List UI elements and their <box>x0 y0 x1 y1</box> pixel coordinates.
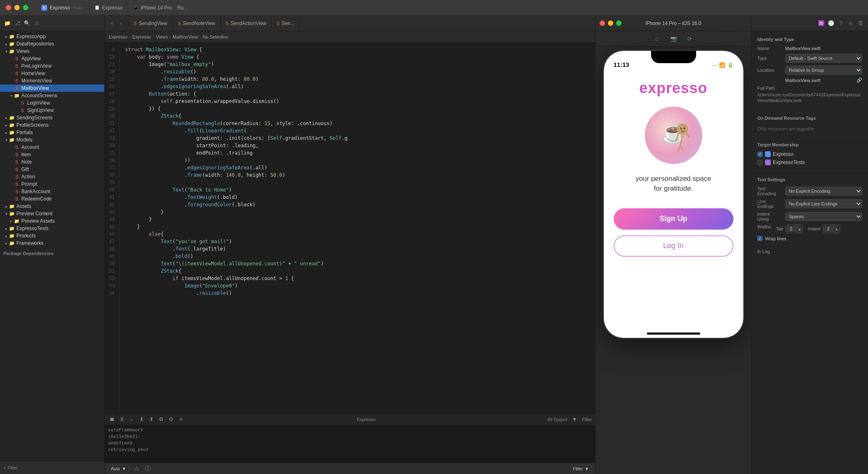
tree-item-momentsview[interactable]: S MomentsView <box>0 77 104 84</box>
filter-selector[interactable]: Filter ▼ <box>570 465 592 472</box>
line-endings-select[interactable]: No Explicit Line Endings <box>785 199 862 208</box>
tree-item-prompt[interactable]: S Prompt <box>0 180 104 188</box>
wrap-checkbox[interactable]: ✓ <box>757 236 763 241</box>
tree-item-previewassets[interactable]: 📁 Preview Assets <box>0 217 104 225</box>
tree-item-note[interactable]: S Note <box>0 158 104 166</box>
tree-item-previewcontent[interactable]: 📁 Preview Content <box>0 210 104 217</box>
output-clear-button[interactable]: ⏹ <box>108 415 116 424</box>
auto-selector[interactable]: Auto ▼ <box>108 465 129 472</box>
tree-item-signupview[interactable]: S SignUpView <box>0 107 104 114</box>
minimize-button[interactable] <box>14 5 20 10</box>
tab-sendactionview[interactable]: S SendActionView <box>221 16 272 31</box>
text-settings-section: Text Settings Text Encoding No Explicit … <box>752 171 868 245</box>
tree-item-profilescreens[interactable]: 📁 ProfileScreens <box>0 121 104 129</box>
type-select[interactable]: Default - Swift Source <box>785 54 862 63</box>
sim-minimize-button[interactable] <box>608 21 613 26</box>
expresso-membership-label: Expresso <box>765 151 793 157</box>
tree-item-preloginview[interactable]: S PreLoginView <box>0 62 104 70</box>
git-toolbar-icon[interactable]: ⎇ <box>13 19 21 27</box>
tree-item-account[interactable]: S Account <box>0 144 104 151</box>
breadcrumb-expresso2[interactable]: Expresso <box>132 34 151 39</box>
output-recycle-button[interactable]: ♻ <box>157 415 165 424</box>
tree-item-expressotests[interactable]: 📁 ExpressoTests <box>0 225 104 232</box>
sim-home-icon[interactable]: ⌂ <box>653 35 661 43</box>
forward-button[interactable]: › <box>117 19 125 27</box>
status-warn-icon[interactable]: ⚠ <box>132 465 141 473</box>
tab-sen-ellipsis[interactable]: S Sen... <box>272 16 300 31</box>
sim-close-button[interactable] <box>600 21 605 26</box>
encoding-select[interactable]: No Explicit Encoding <box>785 187 862 196</box>
tab-sendingview[interactable]: S SendingView <box>129 16 173 31</box>
folder-toolbar-icon[interactable]: 📁 <box>3 19 11 27</box>
rp-identity-icon[interactable]: 🆔 <box>817 19 825 27</box>
output-step-button[interactable]: ⬦ <box>128 415 136 424</box>
output-up-button[interactable]: ⬆ <box>147 415 155 424</box>
location-field-row: Location Relative to Group <box>757 66 862 75</box>
home-indicator[interactable] <box>647 333 700 335</box>
tree-item-accountscreens[interactable]: 📁 AccountScreens <box>0 92 104 99</box>
output-content: vateFramework (0x11e3bb21: undefined. re… <box>105 425 595 455</box>
rp-menu-icon[interactable]: ☰ <box>857 19 865 27</box>
tab-sendnoteview[interactable]: S SendNoteView <box>173 16 221 31</box>
output-pause-button[interactable]: ⏸ <box>118 415 126 424</box>
search-toolbar-icon[interactable]: 🔍 <box>23 19 31 27</box>
tree-item-views[interactable]: 📁 Views <box>0 48 104 55</box>
sim-rotate-icon[interactable]: ⟳ <box>686 35 694 43</box>
tree-item-datarepositories[interactable]: 📁 DataRepositories <box>0 40 104 48</box>
expresso-checkbox[interactable]: ✓ <box>757 152 763 157</box>
signup-button[interactable]: Sign Up <box>614 208 733 230</box>
tree-item-sendingscreens[interactable]: 📁 SendingScreens <box>0 114 104 121</box>
project-tab[interactable]: E Expresso main <box>35 0 89 15</box>
output-settings-button[interactable]: ⚙ <box>167 415 175 424</box>
sim-fullscreen-button[interactable] <box>616 21 621 26</box>
location-select[interactable]: Relative to Group <box>785 66 862 75</box>
tree-item-frameworks[interactable]: 📁 Frameworks <box>0 239 104 247</box>
tree-item-appview[interactable]: S AppView <box>0 55 104 62</box>
tree-item-models[interactable]: 📁 Models <box>0 136 104 144</box>
tab-up-btn[interactable]: ▲ <box>796 225 802 233</box>
breadcrumb-noselection[interactable]: No Selection <box>203 34 228 39</box>
editor-content[interactable]: 8 15 23 24 25 26 27 28 29 30 31 32 33 34… <box>105 43 595 413</box>
tree-item-products[interactable]: 📁 Products <box>0 232 104 239</box>
back-button[interactable]: ‹ <box>108 19 116 27</box>
tree-item-homeview[interactable]: S HomeView <box>0 70 104 77</box>
rp-help-icon[interactable]: ? <box>837 19 845 27</box>
file-link-icon[interactable]: 🔗 <box>857 77 862 83</box>
expressotests-checkbox[interactable] <box>757 160 763 165</box>
identity-type-title: Identity and Type <box>757 37 862 42</box>
rp-history-icon[interactable]: 🕐 <box>827 19 835 27</box>
breadcrumb-mailboxview[interactable]: MailboxView <box>173 34 198 39</box>
tree-item-partials[interactable]: 📁 Partials <box>0 129 104 136</box>
indent-using-select[interactable]: Spaces <box>785 212 862 221</box>
name-label: Name <box>757 46 782 51</box>
filter-button[interactable]: ▼ <box>571 415 579 424</box>
tree-item-redeemcode[interactable]: S RedeemCode <box>0 195 104 203</box>
tree-item-expressoapp[interactable]: 📁 ExpressoApp <box>0 33 104 40</box>
tab-iphone[interactable]: 📱 iPhone 14 Pro <box>128 0 177 15</box>
tree-item-assets[interactable]: 📁 Assets <box>0 203 104 210</box>
warning-toolbar-icon[interactable]: ⚠ <box>33 19 41 27</box>
rp-share-icon[interactable]: ⎋ <box>847 19 855 27</box>
output-filter-button[interactable]: ≡ <box>177 415 185 424</box>
sim-camera-icon[interactable]: 📷 <box>669 35 678 43</box>
login-button[interactable]: Log In <box>614 235 733 257</box>
run-label: Ru... <box>177 5 187 11</box>
tab-expresso[interactable]: 📋 Expresso <box>89 0 128 15</box>
tree-item-loginview[interactable]: S LogInView <box>0 99 104 107</box>
tree-item-action[interactable]: S Action <box>0 173 104 180</box>
add-filter-button[interactable]: + Filter <box>3 465 18 470</box>
label-account: Account <box>21 144 39 150</box>
breadcrumb-views[interactable]: Views <box>156 34 168 39</box>
breadcrumb-expresso1[interactable]: Expresso <box>109 34 128 39</box>
fullscreen-button[interactable] <box>23 5 28 10</box>
tree-item-mailboxview[interactable]: S MailboxView <box>0 84 104 92</box>
indent-up-btn[interactable]: ▲ <box>833 225 840 233</box>
tree-item-item[interactable]: S Item <box>0 151 104 158</box>
output-down-button[interactable]: ⬇ <box>137 415 146 424</box>
tree-item-bankaccount[interactable]: S BankAccount <box>0 188 104 195</box>
close-button[interactable] <box>6 5 11 10</box>
code-area[interactable]: struct MailboxView: View { var body: som… <box>119 43 595 413</box>
tree-item-gift[interactable]: S Gift <box>0 166 104 173</box>
label-loginview: LogInView <box>27 100 50 106</box>
status-info-icon[interactable]: ⓘ <box>144 465 152 473</box>
